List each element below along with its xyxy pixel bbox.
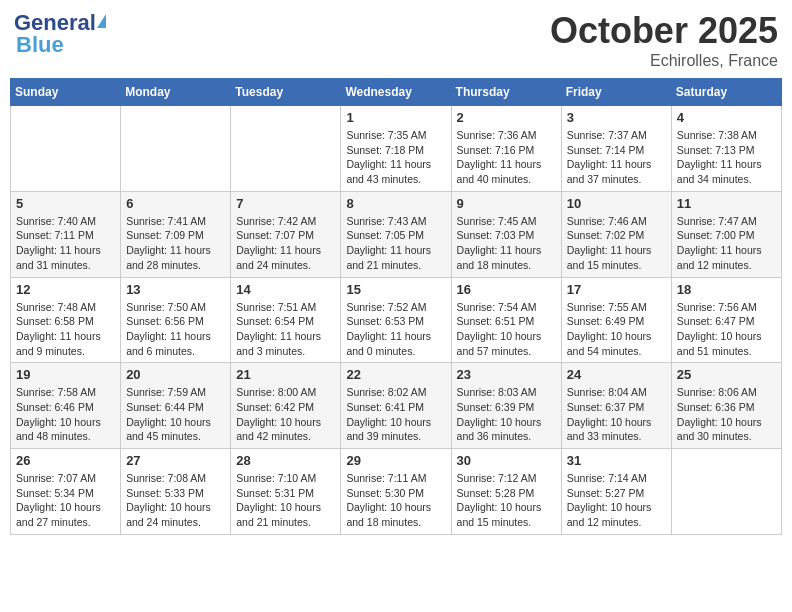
calendar-cell: 23Sunrise: 8:03 AMSunset: 6:39 PMDayligh…: [451, 363, 561, 449]
day-number: 3: [567, 110, 666, 125]
day-number: 10: [567, 196, 666, 211]
col-friday: Friday: [561, 79, 671, 106]
day-number: 25: [677, 367, 776, 382]
calendar-week-3: 12Sunrise: 7:48 AMSunset: 6:58 PMDayligh…: [11, 277, 782, 363]
day-info: Sunrise: 7:36 AMSunset: 7:16 PMDaylight:…: [457, 128, 556, 187]
day-info: Sunrise: 7:58 AMSunset: 6:46 PMDaylight:…: [16, 385, 115, 444]
day-number: 18: [677, 282, 776, 297]
calendar-cell: 2Sunrise: 7:36 AMSunset: 7:16 PMDaylight…: [451, 106, 561, 192]
day-info: Sunrise: 8:03 AMSunset: 6:39 PMDaylight:…: [457, 385, 556, 444]
calendar-cell: 31Sunrise: 7:14 AMSunset: 5:27 PMDayligh…: [561, 449, 671, 535]
calendar-cell: 12Sunrise: 7:48 AMSunset: 6:58 PMDayligh…: [11, 277, 121, 363]
calendar-week-1: 1Sunrise: 7:35 AMSunset: 7:18 PMDaylight…: [11, 106, 782, 192]
day-info: Sunrise: 7:40 AMSunset: 7:11 PMDaylight:…: [16, 214, 115, 273]
day-info: Sunrise: 8:04 AMSunset: 6:37 PMDaylight:…: [567, 385, 666, 444]
calendar-cell: 27Sunrise: 7:08 AMSunset: 5:33 PMDayligh…: [121, 449, 231, 535]
day-info: Sunrise: 7:55 AMSunset: 6:49 PMDaylight:…: [567, 300, 666, 359]
day-number: 5: [16, 196, 115, 211]
day-info: Sunrise: 7:50 AMSunset: 6:56 PMDaylight:…: [126, 300, 225, 359]
day-info: Sunrise: 8:06 AMSunset: 6:36 PMDaylight:…: [677, 385, 776, 444]
col-sunday: Sunday: [11, 79, 121, 106]
calendar-cell: 8Sunrise: 7:43 AMSunset: 7:05 PMDaylight…: [341, 191, 451, 277]
day-info: Sunrise: 7:12 AMSunset: 5:28 PMDaylight:…: [457, 471, 556, 530]
day-number: 24: [567, 367, 666, 382]
day-number: 13: [126, 282, 225, 297]
calendar-cell: 10Sunrise: 7:46 AMSunset: 7:02 PMDayligh…: [561, 191, 671, 277]
page-header: General Blue October 2025 Echirolles, Fr…: [10, 10, 782, 70]
calendar-cell: 4Sunrise: 7:38 AMSunset: 7:13 PMDaylight…: [671, 106, 781, 192]
day-number: 2: [457, 110, 556, 125]
calendar-header-row: Sunday Monday Tuesday Wednesday Thursday…: [11, 79, 782, 106]
day-info: Sunrise: 7:48 AMSunset: 6:58 PMDaylight:…: [16, 300, 115, 359]
day-number: 30: [457, 453, 556, 468]
day-info: Sunrise: 7:45 AMSunset: 7:03 PMDaylight:…: [457, 214, 556, 273]
col-thursday: Thursday: [451, 79, 561, 106]
day-number: 19: [16, 367, 115, 382]
calendar-table: Sunday Monday Tuesday Wednesday Thursday…: [10, 78, 782, 535]
calendar-cell: [121, 106, 231, 192]
day-number: 16: [457, 282, 556, 297]
calendar-cell: 14Sunrise: 7:51 AMSunset: 6:54 PMDayligh…: [231, 277, 341, 363]
month-title-block: October 2025 Echirolles, France: [550, 10, 778, 70]
calendar-cell: 28Sunrise: 7:10 AMSunset: 5:31 PMDayligh…: [231, 449, 341, 535]
calendar-cell: [231, 106, 341, 192]
day-info: Sunrise: 7:10 AMSunset: 5:31 PMDaylight:…: [236, 471, 335, 530]
day-number: 6: [126, 196, 225, 211]
calendar-cell: [11, 106, 121, 192]
day-info: Sunrise: 7:08 AMSunset: 5:33 PMDaylight:…: [126, 471, 225, 530]
calendar-cell: 7Sunrise: 7:42 AMSunset: 7:07 PMDaylight…: [231, 191, 341, 277]
calendar-cell: 16Sunrise: 7:54 AMSunset: 6:51 PMDayligh…: [451, 277, 561, 363]
day-info: Sunrise: 8:02 AMSunset: 6:41 PMDaylight:…: [346, 385, 445, 444]
month-year-title: October 2025: [550, 10, 778, 52]
calendar-cell: 25Sunrise: 8:06 AMSunset: 6:36 PMDayligh…: [671, 363, 781, 449]
calendar-cell: 3Sunrise: 7:37 AMSunset: 7:14 PMDaylight…: [561, 106, 671, 192]
day-info: Sunrise: 7:56 AMSunset: 6:47 PMDaylight:…: [677, 300, 776, 359]
calendar-cell: 30Sunrise: 7:12 AMSunset: 5:28 PMDayligh…: [451, 449, 561, 535]
day-number: 22: [346, 367, 445, 382]
day-info: Sunrise: 7:42 AMSunset: 7:07 PMDaylight:…: [236, 214, 335, 273]
day-number: 20: [126, 367, 225, 382]
location-subtitle: Echirolles, France: [550, 52, 778, 70]
day-info: Sunrise: 7:47 AMSunset: 7:00 PMDaylight:…: [677, 214, 776, 273]
day-number: 28: [236, 453, 335, 468]
calendar-cell: 17Sunrise: 7:55 AMSunset: 6:49 PMDayligh…: [561, 277, 671, 363]
day-number: 1: [346, 110, 445, 125]
calendar-cell: 18Sunrise: 7:56 AMSunset: 6:47 PMDayligh…: [671, 277, 781, 363]
calendar-cell: 5Sunrise: 7:40 AMSunset: 7:11 PMDaylight…: [11, 191, 121, 277]
day-number: 7: [236, 196, 335, 211]
calendar-cell: 19Sunrise: 7:58 AMSunset: 6:46 PMDayligh…: [11, 363, 121, 449]
calendar-cell: 6Sunrise: 7:41 AMSunset: 7:09 PMDaylight…: [121, 191, 231, 277]
day-info: Sunrise: 7:07 AMSunset: 5:34 PMDaylight:…: [16, 471, 115, 530]
day-number: 15: [346, 282, 445, 297]
day-number: 14: [236, 282, 335, 297]
day-number: 11: [677, 196, 776, 211]
calendar-cell: 20Sunrise: 7:59 AMSunset: 6:44 PMDayligh…: [121, 363, 231, 449]
day-number: 12: [16, 282, 115, 297]
day-number: 26: [16, 453, 115, 468]
calendar-cell: [671, 449, 781, 535]
calendar-cell: 15Sunrise: 7:52 AMSunset: 6:53 PMDayligh…: [341, 277, 451, 363]
calendar-cell: 26Sunrise: 7:07 AMSunset: 5:34 PMDayligh…: [11, 449, 121, 535]
day-info: Sunrise: 8:00 AMSunset: 6:42 PMDaylight:…: [236, 385, 335, 444]
calendar-cell: 9Sunrise: 7:45 AMSunset: 7:03 PMDaylight…: [451, 191, 561, 277]
logo-blue: Blue: [14, 32, 64, 58]
calendar-cell: 11Sunrise: 7:47 AMSunset: 7:00 PMDayligh…: [671, 191, 781, 277]
day-info: Sunrise: 7:52 AMSunset: 6:53 PMDaylight:…: [346, 300, 445, 359]
col-saturday: Saturday: [671, 79, 781, 106]
calendar-week-2: 5Sunrise: 7:40 AMSunset: 7:11 PMDaylight…: [11, 191, 782, 277]
day-info: Sunrise: 7:37 AMSunset: 7:14 PMDaylight:…: [567, 128, 666, 187]
col-tuesday: Tuesday: [231, 79, 341, 106]
calendar-cell: 13Sunrise: 7:50 AMSunset: 6:56 PMDayligh…: [121, 277, 231, 363]
calendar-cell: 22Sunrise: 8:02 AMSunset: 6:41 PMDayligh…: [341, 363, 451, 449]
calendar-week-4: 19Sunrise: 7:58 AMSunset: 6:46 PMDayligh…: [11, 363, 782, 449]
day-info: Sunrise: 7:11 AMSunset: 5:30 PMDaylight:…: [346, 471, 445, 530]
col-monday: Monday: [121, 79, 231, 106]
col-wednesday: Wednesday: [341, 79, 451, 106]
day-info: Sunrise: 7:14 AMSunset: 5:27 PMDaylight:…: [567, 471, 666, 530]
day-number: 17: [567, 282, 666, 297]
day-number: 9: [457, 196, 556, 211]
day-info: Sunrise: 7:43 AMSunset: 7:05 PMDaylight:…: [346, 214, 445, 273]
day-number: 23: [457, 367, 556, 382]
day-number: 8: [346, 196, 445, 211]
logo: General Blue: [14, 10, 107, 58]
